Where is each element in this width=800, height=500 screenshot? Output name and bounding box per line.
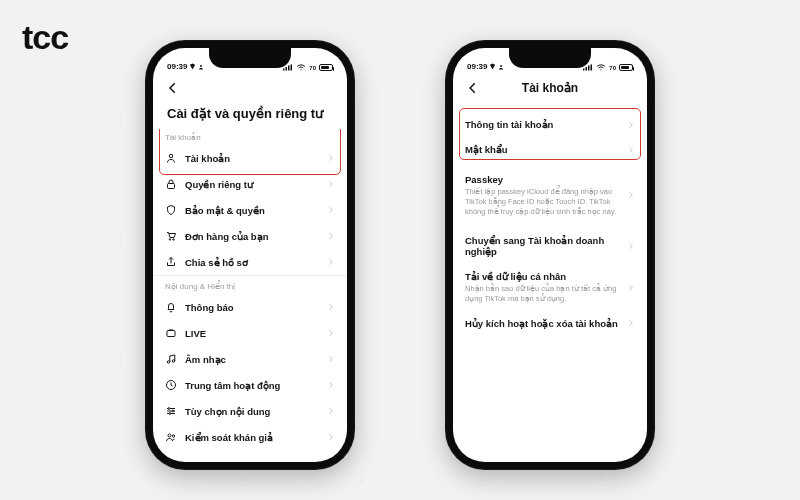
- chevron-right-icon: [327, 231, 335, 241]
- row-label: Âm nhạc: [185, 354, 319, 365]
- row-download-data[interactable]: Tải về dữ liệu cá nhân Nhận bản sao dữ l…: [453, 264, 647, 311]
- row-label: Passkey: [465, 174, 619, 185]
- row-account-info[interactable]: Thông tin tài khoản: [453, 112, 647, 137]
- person-icon: [498, 64, 504, 70]
- row-label: Đơn hàng của bạn: [185, 231, 319, 242]
- svg-rect-20: [583, 69, 585, 71]
- chevron-right-icon: [327, 153, 335, 163]
- chevron-right-icon: [627, 145, 635, 155]
- row-label: Kiểm soát khán giả: [185, 432, 319, 443]
- row-label: Trung tâm hoạt động: [185, 380, 319, 391]
- notch: [209, 48, 291, 68]
- location-icon: [189, 63, 196, 70]
- chevron-right-icon: [627, 318, 635, 328]
- svg-point-5: [301, 69, 302, 70]
- svg-point-16: [169, 413, 171, 415]
- notch: [509, 48, 591, 68]
- section-label: Nội dung & Hiển thị: [153, 275, 347, 294]
- activity-icon: [165, 379, 177, 391]
- person-icon: [198, 64, 204, 70]
- music-icon: [165, 353, 177, 365]
- row-password[interactable]: Mật khẩu: [453, 137, 647, 162]
- chevron-right-icon: [327, 302, 335, 312]
- row-business-account[interactable]: Chuyển sang Tài khoản doanh nghiệp: [453, 223, 647, 264]
- person-icon: [165, 152, 177, 164]
- row-label: Thông tin tài khoản: [465, 119, 619, 130]
- svg-rect-10: [167, 331, 175, 337]
- chevron-right-icon: [327, 406, 335, 416]
- chevron-right-icon: [627, 190, 635, 200]
- svg-point-6: [169, 154, 173, 158]
- row-security[interactable]: Bảo mật & quyền: [153, 197, 347, 223]
- row-account[interactable]: Tài khoản: [153, 145, 347, 171]
- battery-label: 70: [309, 65, 316, 71]
- svg-rect-22: [588, 66, 590, 71]
- row-label: Chia sẻ hồ sơ: [185, 257, 319, 268]
- svg-point-24: [601, 69, 602, 70]
- svg-point-18: [172, 435, 174, 437]
- status-time: 09:39: [167, 62, 187, 71]
- page-title: Cài đặt và quyền riêng tư: [155, 106, 347, 129]
- row-desc: Thiết lập passkey iCloud để đăng nhập và…: [465, 187, 619, 216]
- svg-rect-4: [291, 65, 293, 71]
- chevron-right-icon: [327, 380, 335, 390]
- chevron-right-icon: [327, 179, 335, 189]
- chevron-left-icon: [466, 81, 480, 95]
- row-share-profile[interactable]: Chia sẻ hồ sơ: [153, 249, 347, 275]
- chevron-right-icon: [327, 432, 335, 442]
- chevron-left-icon: [166, 81, 180, 95]
- row-label: Bảo mật & quyền: [185, 205, 319, 216]
- row-activity-center[interactable]: Trung tâm hoạt động: [153, 372, 347, 398]
- lock-icon: [165, 178, 177, 190]
- bell-icon: [165, 301, 177, 313]
- svg-rect-2: [286, 67, 288, 71]
- wifi-icon: [296, 64, 306, 71]
- battery-label: 70: [609, 65, 616, 71]
- svg-point-8: [169, 239, 171, 241]
- row-label: LIVE: [185, 328, 319, 339]
- chevron-right-icon: [627, 120, 635, 130]
- sliders-icon: [165, 405, 177, 417]
- back-button[interactable]: [463, 78, 483, 98]
- page-header: [153, 72, 347, 106]
- share-icon: [165, 256, 177, 268]
- svg-rect-7: [168, 184, 175, 189]
- svg-point-14: [168, 408, 170, 410]
- phone-left: 09:39 70 Cài đặt và quyền riêng tư: [145, 40, 355, 470]
- row-passkey[interactable]: Passkey Thiết lập passkey iCloud để đăng…: [453, 162, 647, 223]
- page-header: Tài khoản: [453, 72, 647, 106]
- svg-rect-3: [288, 66, 290, 71]
- row-content-prefs[interactable]: Tùy chọn nội dung: [153, 398, 347, 424]
- row-live[interactable]: LIVE: [153, 320, 347, 346]
- stage: 09:39 70 Cài đặt và quyền riêng tư: [0, 0, 800, 500]
- brand-logo: tcc: [22, 18, 68, 57]
- svg-point-17: [168, 434, 171, 437]
- svg-rect-1: [283, 69, 285, 71]
- location-icon: [489, 63, 496, 70]
- row-audience-control[interactable]: Kiểm soát khán giả: [153, 424, 347, 450]
- svg-point-9: [173, 239, 175, 241]
- chevron-right-icon: [627, 241, 635, 251]
- row-orders[interactable]: Đơn hàng của bạn: [153, 223, 347, 249]
- row-desc: Nhận bản sao dữ liệu của bạn từ tất cả ứ…: [465, 284, 619, 304]
- svg-point-15: [172, 410, 174, 412]
- section-label: Tài khoản: [153, 129, 347, 145]
- row-music[interactable]: Âm nhạc: [153, 346, 347, 372]
- row-deactivate-delete[interactable]: Hủy kích hoạt hoặc xóa tài khoản: [453, 311, 647, 336]
- row-label: Hủy kích hoạt hoặc xóa tài khoản: [465, 318, 619, 329]
- phone-right: 09:39 70 Tài khoản Th: [445, 40, 655, 470]
- row-notifications[interactable]: Thông báo: [153, 294, 347, 320]
- audience-icon: [165, 431, 177, 443]
- back-button[interactable]: [163, 78, 183, 98]
- settings-list: Tài khoản Tài khoản Quyền riêng tư Bảo m…: [153, 129, 347, 462]
- row-label: Tài khoản: [185, 153, 319, 164]
- row-privacy[interactable]: Quyền riêng tư: [153, 171, 347, 197]
- svg-rect-23: [591, 65, 593, 71]
- svg-point-19: [500, 65, 502, 67]
- chevron-right-icon: [327, 328, 335, 338]
- status-time: 09:39: [467, 62, 487, 71]
- account-list: Thông tin tài khoản Mật khẩu Passkey Thi…: [453, 106, 647, 462]
- wifi-icon: [596, 64, 606, 71]
- row-label: Mật khẩu: [465, 144, 619, 155]
- chevron-right-icon: [627, 283, 635, 293]
